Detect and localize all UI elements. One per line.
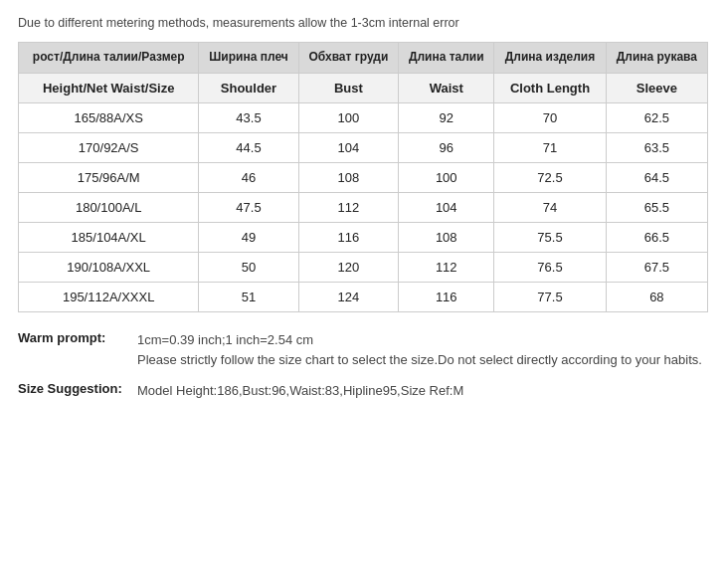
col-header-en-3: Waist	[399, 73, 494, 102]
warm-prompt-line2: Please strictly follow the size chart to…	[137, 350, 702, 371]
table-cell: 104	[399, 192, 494, 222]
table-cell: 120	[298, 252, 399, 282]
col-header-ru-3: Длина талии	[399, 43, 494, 74]
col-header-en-5: Sleeve	[606, 73, 707, 102]
table-cell: 62.5	[606, 102, 707, 132]
footer-section: Warm prompt: 1cm=0.39 inch;1 inch=2.54 c…	[18, 330, 708, 402]
table-row: 185/104A/XL4911610875.566.5	[19, 222, 708, 252]
table-cell: 180/100A/L	[19, 192, 199, 222]
table-row: 195/112A/XXXL5112411677.568	[19, 282, 708, 311]
col-header-en-4: Cloth Length	[494, 73, 606, 102]
table-cell: 74	[494, 192, 606, 222]
warm-prompt-row: Warm prompt: 1cm=0.39 inch;1 inch=2.54 c…	[18, 330, 708, 372]
table-cell: 76.5	[494, 252, 606, 282]
table-cell: 46	[199, 162, 298, 192]
col-header-ru-0: рост/Длина талии/Размер	[19, 43, 199, 74]
table-cell: 100	[399, 162, 494, 192]
table-cell: 116	[298, 222, 399, 252]
table-cell: 43.5	[199, 102, 298, 132]
table-cell: 104	[298, 132, 399, 162]
table-cell: 108	[298, 162, 399, 192]
col-header-ru-5: Длина рукава	[606, 43, 707, 74]
table-cell: 170/92A/S	[19, 132, 199, 162]
table-cell: 47.5	[199, 192, 298, 222]
header-row-en: Height/Net Waist/Size Shoulder Bust Wais…	[19, 73, 708, 102]
col-header-ru-4: Длина изделия	[494, 43, 606, 74]
size-suggestion-label: Size Suggestion:	[18, 381, 137, 396]
table-cell: 175/96A/M	[19, 162, 199, 192]
table-cell: 77.5	[494, 282, 606, 311]
table-cell: 190/108A/XXL	[19, 252, 199, 282]
table-cell: 112	[298, 192, 399, 222]
table-cell: 124	[298, 282, 399, 311]
table-row: 170/92A/S44.5104967163.5	[19, 132, 708, 162]
table-cell: 72.5	[494, 162, 606, 192]
col-header-ru-1: Ширина плеч	[199, 43, 298, 74]
notice-text: Due to different metering methods, measu…	[18, 16, 708, 30]
table-cell: 70	[494, 102, 606, 132]
table-cell: 49	[199, 222, 298, 252]
table-cell: 185/104A/XL	[19, 222, 199, 252]
table-cell: 195/112A/XXXL	[19, 282, 199, 311]
table-cell: 66.5	[606, 222, 707, 252]
table-row: 190/108A/XXL5012011276.567.5	[19, 252, 708, 282]
table-cell: 50	[199, 252, 298, 282]
warm-prompt-label: Warm prompt:	[18, 330, 137, 345]
table-cell: 51	[199, 282, 298, 311]
table-cell: 108	[399, 222, 494, 252]
col-header-en-1: Shoulder	[199, 73, 298, 102]
table-cell: 44.5	[199, 132, 298, 162]
table-cell: 116	[399, 282, 494, 311]
table-cell: 96	[399, 132, 494, 162]
table-cell: 64.5	[606, 162, 707, 192]
table-cell: 71	[494, 132, 606, 162]
header-row-ru: рост/Длина талии/Размер Ширина плеч Обхв…	[19, 43, 708, 74]
warm-prompt-content: 1cm=0.39 inch;1 inch=2.54 cm Please stri…	[137, 330, 702, 372]
table-row: 165/88A/XS43.5100927062.5	[19, 102, 708, 132]
table-cell: 100	[298, 102, 399, 132]
table-cell: 165/88A/XS	[19, 102, 199, 132]
col-header-en-2: Bust	[298, 73, 399, 102]
table-cell: 65.5	[606, 192, 707, 222]
col-header-ru-2: Обхват груди	[298, 43, 399, 74]
size-suggestion-text: Model Height:186,Bust:96,Waist:83,Hiplin…	[137, 381, 463, 402]
table-cell: 92	[399, 102, 494, 132]
size-table: рост/Длина талии/Размер Ширина плеч Обхв…	[18, 42, 708, 312]
table-cell: 63.5	[606, 132, 707, 162]
table-cell: 67.5	[606, 252, 707, 282]
table-cell: 112	[399, 252, 494, 282]
warm-prompt-line1: 1cm=0.39 inch;1 inch=2.54 cm	[137, 332, 313, 347]
col-header-en-0: Height/Net Waist/Size	[19, 73, 199, 102]
table-row: 180/100A/L47.51121047465.5	[19, 192, 708, 222]
table-cell: 75.5	[494, 222, 606, 252]
table-row: 175/96A/M4610810072.564.5	[19, 162, 708, 192]
size-suggestion-row: Size Suggestion: Model Height:186,Bust:9…	[18, 381, 708, 402]
table-cell: 68	[606, 282, 707, 311]
